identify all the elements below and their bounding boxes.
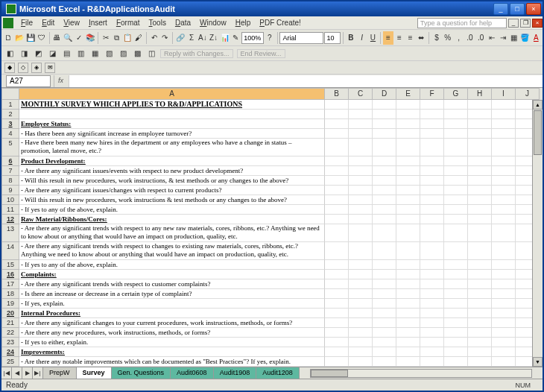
cell[interactable] [468,176,492,186]
cell[interactable] [373,289,396,299]
cell[interactable] [420,279,444,289]
cell[interactable]: - Have there been many new hires in the … [19,139,325,157]
row-header[interactable]: 8 [1,176,19,186]
menu-data[interactable]: Data [171,17,195,28]
cell[interactable] [396,309,420,318]
chart-icon[interactable]: 📊 [220,31,230,45]
cell[interactable] [444,289,468,299]
row-header[interactable]: 18 [1,289,19,299]
cell[interactable] [373,279,396,289]
cell[interactable] [325,347,349,357]
cell[interactable] [325,270,349,279]
rev-icon-7[interactable]: ▦ [88,47,101,60]
cell[interactable] [468,318,492,328]
cell[interactable] [468,309,492,318]
hyperlink-icon[interactable]: 🔗 [175,31,186,45]
cell[interactable] [492,318,516,328]
cell[interactable] [492,186,516,195]
cell[interactable] [444,279,468,289]
col-header-e[interactable]: E [396,88,420,100]
cell[interactable] [492,100,516,110]
cell[interactable] [420,110,444,119]
cell[interactable] [420,224,444,242]
cell[interactable] [420,195,444,205]
row-header[interactable]: 19 [1,299,19,309]
cell[interactable] [349,347,373,357]
cell[interactable] [373,119,396,129]
fx-icon[interactable]: fx [54,75,67,87]
merge-icon[interactable]: ⬌ [417,31,427,45]
cell[interactable] [325,242,349,260]
cell[interactable] [396,166,420,176]
rev-icon-2[interactable]: ◨ [17,47,31,60]
row-header[interactable]: 23 [1,338,19,347]
cell[interactable] [444,186,468,195]
paste-icon[interactable]: 📋 [122,31,133,45]
workbook-close-button[interactable]: × [532,19,543,28]
cell[interactable] [325,205,349,215]
cell[interactable] [492,110,516,119]
cell[interactable] [349,195,373,205]
cell[interactable] [349,357,373,367]
cell[interactable] [325,279,349,289]
col-header-f[interactable]: F [420,88,444,100]
cell[interactable] [349,110,373,119]
cell[interactable] [373,186,396,195]
cell[interactable] [325,260,349,270]
cell[interactable] [396,195,420,205]
cell[interactable] [468,242,492,260]
cell[interactable] [444,328,468,338]
row-header[interactable]: 16 [1,270,19,279]
cell[interactable] [396,176,420,186]
cell[interactable] [325,338,349,347]
zoom-input[interactable]: 100% [241,32,264,44]
pdf-icon-2[interactable]: ◇ [18,63,28,73]
cell[interactable] [325,357,349,367]
cell[interactable] [396,299,420,309]
cell[interactable] [468,357,492,367]
end-review-button[interactable]: End Review... [237,49,285,58]
cell[interactable] [468,119,492,129]
decrease-indent-icon[interactable]: ⇤ [487,31,497,45]
new-icon[interactable]: 🗋 [3,31,13,45]
cell[interactable] [492,119,516,129]
cell[interactable] [492,347,516,357]
align-center-icon[interactable]: ≡ [394,31,405,45]
rev-icon-4[interactable]: ◪ [45,47,59,60]
cell[interactable]: Improvements: [19,347,325,357]
pdf-icon-3[interactable]: ◈ [31,63,42,73]
cell[interactable] [349,166,373,176]
cell[interactable] [325,299,349,309]
bold-icon[interactable]: B [346,31,356,45]
menu-format[interactable]: Format [112,17,145,28]
cell[interactable] [349,299,373,309]
col-header-i[interactable]: I [492,88,516,100]
cell[interactable] [325,166,349,176]
tab-nav-first[interactable]: |◀ [1,367,12,379]
cell[interactable] [468,215,492,224]
row-header[interactable]: 22 [1,328,19,338]
col-header-g[interactable]: G [444,88,468,100]
cell[interactable] [373,139,396,157]
pdf-icon-1[interactable]: ◆ [4,63,15,73]
cell[interactable] [349,157,373,166]
cell[interactable]: - Are there any notable improvements whi… [19,357,325,367]
row-header[interactable]: 10 [1,195,19,205]
cell[interactable]: - If yes to any of the above, explain. [19,205,325,215]
cell[interactable]: Complaints: [19,270,325,279]
cell[interactable] [492,224,516,242]
cell[interactable] [325,176,349,186]
increase-indent-icon[interactable]: ⇥ [498,31,508,45]
cell[interactable] [373,309,396,318]
preview-icon[interactable]: 🔍 [63,31,73,45]
cell[interactable] [19,110,325,119]
align-right-icon[interactable]: ≡ [405,31,416,45]
cell[interactable] [373,205,396,215]
cell[interactable] [396,328,420,338]
name-box[interactable]: A27 [6,75,51,87]
save-icon[interactable]: 💾 [25,31,36,45]
row-header[interactable]: 11 [1,205,19,215]
cell[interactable] [325,289,349,299]
cell[interactable]: - If yes to any of the above, explain. [19,260,325,270]
fill-color-icon[interactable]: 🪣 [519,31,530,45]
